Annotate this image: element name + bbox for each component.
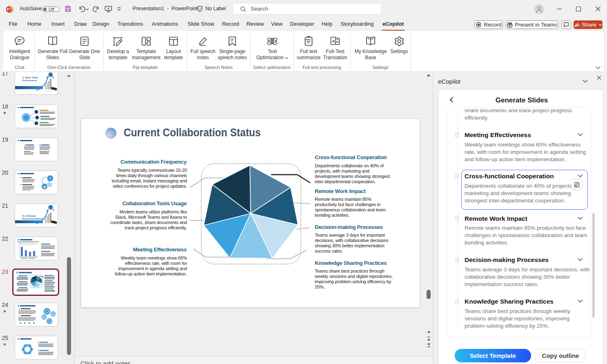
svg-text:A: A [332,39,335,43]
svg-text:V. Sales Team: V. Sales Team [22,76,38,79]
svg-text:P: P [7,7,10,11]
svg-text:✎: ✎ [18,315,20,317]
svg-text:VI. Strategic: VI. Strategic [22,215,36,217]
svg-text:Performance: Performance [22,79,37,82]
svg-text:✎: ✎ [49,178,51,180]
svg-text:▩: ▩ [43,186,46,188]
svg-text:?: ? [199,7,201,11]
svg-text:Market Presence by Analyst: Market Presence by Analyst [18,243,36,245]
svg-text:Recommendations: Recommendations [22,218,44,220]
svg-text:⚙: ⚙ [18,308,20,310]
